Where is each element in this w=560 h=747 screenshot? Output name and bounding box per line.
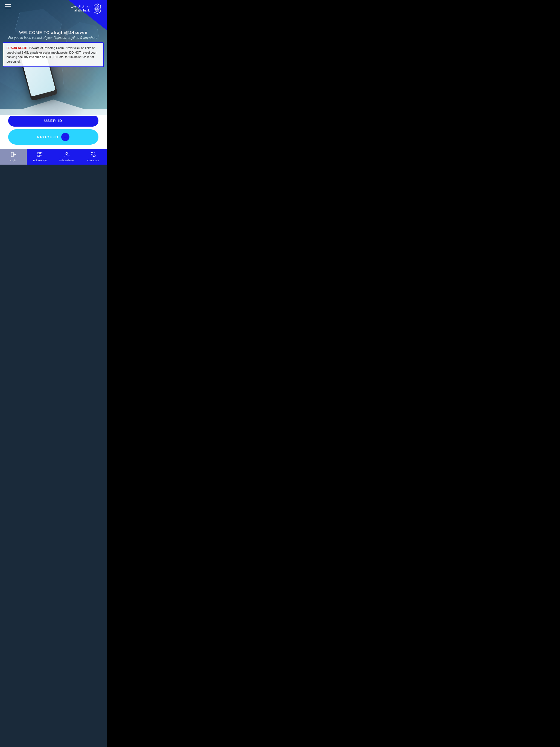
login-section: USER ID PROCEED → — [0, 109, 107, 149]
logo-arabic: مصرف الراجحي — [71, 5, 90, 8]
welcome-title: WELCOME TO alrajhi@24seven — [5, 30, 101, 35]
svg-rect-6 — [38, 156, 39, 156]
nav-onboard-label: Onboard Now — [59, 159, 74, 162]
logo-text: مصرف الراجحي alrajhi bank — [71, 5, 90, 12]
nav-contact-label: Contact Us — [87, 159, 100, 162]
welcome-prefix: WELCOME TO — [19, 30, 51, 35]
nav-item-login[interactable]: Login — [0, 149, 27, 164]
svg-point-7 — [66, 153, 68, 154]
proceed-arrow-icon: → — [61, 133, 70, 141]
nav-login-label: Login — [10, 159, 17, 162]
welcome-section: WELCOME TO alrajhi@24seven For you to be… — [0, 30, 107, 40]
duitnow-qr-icon — [37, 152, 43, 158]
proceed-label: PROCEED — [37, 135, 58, 139]
nav-item-onboard-now[interactable]: Onboard Now — [53, 149, 80, 164]
nav-item-duitnow-qr[interactable]: DuitNow QR — [27, 149, 54, 164]
hamburger-menu[interactable] — [4, 3, 12, 9]
svg-rect-4 — [38, 153, 39, 153]
svg-rect-5 — [41, 153, 42, 153]
fraud-label: FRAUD ALERT: — [6, 46, 28, 50]
welcome-subtitle: For you to be in control of your finance… — [5, 36, 101, 40]
contact-icon — [91, 152, 96, 158]
user-id-button[interactable]: USER ID — [8, 115, 98, 127]
logo-icon — [92, 3, 103, 14]
nav-item-contact-us[interactable]: Contact Us — [80, 149, 107, 164]
login-icon — [11, 152, 16, 158]
nav-duitnow-label: DuitNow QR — [33, 159, 47, 162]
app-header: مصرف الراجحي alrajhi bank — [0, 0, 107, 14]
fraud-alert-text: FRAUD ALERT: Beware of Phishing Scam. Ne… — [6, 46, 100, 64]
svg-rect-0 — [11, 152, 14, 157]
fraud-alert-box: FRAUD ALERT: Beware of Phishing Scam. Ne… — [3, 42, 104, 67]
bottom-navigation: Login DuitNow QR — [0, 149, 107, 164]
proceed-button[interactable]: PROCEED → — [8, 129, 98, 145]
onboard-icon — [64, 152, 70, 158]
welcome-brand: alrajhi@24seven — [51, 30, 87, 35]
logo-english: alrajhi bank — [71, 8, 90, 12]
brand-logo: مصرف الراجحي alrajhi bank — [71, 3, 103, 14]
